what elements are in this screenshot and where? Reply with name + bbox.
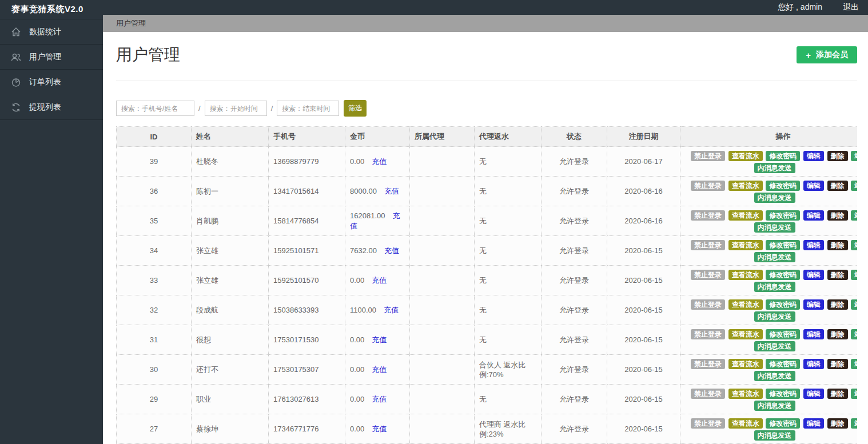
send-message-button[interactable]: 站: [851, 359, 857, 369]
send-message-button[interactable]: 站: [851, 389, 857, 399]
recharge-link[interactable]: 充值: [372, 395, 387, 403]
delete-button[interactable]: 删除: [827, 299, 848, 310]
recharge-link[interactable]: 充值: [372, 157, 387, 166]
send-message-button[interactable]: 内消息发送: [754, 430, 795, 441]
change-password-button[interactable]: 修改密码: [766, 418, 800, 429]
edit-button[interactable]: 编辑: [803, 389, 824, 399]
send-message-button[interactable]: 内消息发送: [754, 163, 795, 173]
change-password-button[interactable]: 修改密码: [766, 240, 800, 250]
view-flow-button[interactable]: 查看流水: [728, 181, 763, 191]
recharge-link[interactable]: 充值: [372, 276, 387, 285]
delete-button[interactable]: 删除: [827, 359, 848, 369]
ban-login-button[interactable]: 禁止登录: [691, 329, 725, 339]
recharge-link[interactable]: 充值: [372, 425, 387, 433]
edit-button[interactable]: 编辑: [803, 151, 824, 161]
table-row: 39 杜晓冬 13698879779 0.00充值 无 允许登录 2020-06…: [117, 147, 858, 177]
filter-bar: / / 筛选: [116, 100, 857, 117]
recharge-link[interactable]: 充值: [384, 306, 399, 314]
change-password-button[interactable]: 修改密码: [766, 210, 800, 221]
ban-login-button[interactable]: 禁止登录: [691, 299, 725, 310]
logout-button[interactable]: 退出: [843, 2, 859, 13]
recharge-link[interactable]: 充值: [372, 365, 387, 374]
view-flow-button[interactable]: 查看流水: [728, 329, 763, 339]
ban-login-button[interactable]: 禁止登录: [691, 359, 725, 369]
send-message-button[interactable]: 内消息发送: [754, 282, 795, 292]
user-id: 33: [150, 276, 158, 285]
edit-button[interactable]: 编辑: [803, 359, 824, 369]
send-message-button[interactable]: 站: [851, 181, 857, 191]
recharge-link[interactable]: 充值: [384, 187, 399, 195]
send-message-button[interactable]: 内消息发送: [754, 311, 795, 322]
send-message-button[interactable]: 站: [851, 151, 857, 161]
sidebar-item-withdrawals[interactable]: 提现列表: [0, 95, 103, 120]
delete-button[interactable]: 删除: [827, 389, 848, 399]
edit-button[interactable]: 编辑: [803, 270, 824, 280]
send-message-button[interactable]: 内消息发送: [754, 252, 795, 262]
delete-button[interactable]: 删除: [827, 270, 848, 280]
recharge-link[interactable]: 充值: [372, 335, 387, 344]
send-message-button[interactable]: 内消息发送: [754, 401, 795, 411]
user-status: 允许登录: [559, 395, 589, 403]
view-flow-button[interactable]: 查看流水: [728, 240, 763, 250]
view-flow-button[interactable]: 查看流水: [728, 418, 763, 429]
ban-login-button[interactable]: 禁止登录: [691, 270, 725, 280]
user-coins: 7632.00: [350, 246, 377, 255]
send-message-button[interactable]: 站: [851, 210, 857, 221]
delete-button[interactable]: 删除: [827, 181, 848, 191]
delete-button[interactable]: 删除: [827, 240, 848, 250]
send-message-button[interactable]: 内消息发送: [754, 341, 795, 351]
ban-login-button[interactable]: 禁止登录: [691, 210, 725, 221]
view-flow-button[interactable]: 查看流水: [728, 359, 763, 369]
send-message-button[interactable]: 站: [851, 270, 857, 280]
delete-button[interactable]: 删除: [827, 329, 848, 339]
send-message-button[interactable]: 站: [851, 299, 857, 310]
delete-button[interactable]: 删除: [827, 418, 848, 429]
send-message-button[interactable]: 内消息发送: [754, 371, 795, 381]
edit-button[interactable]: 编辑: [803, 210, 824, 221]
change-password-button[interactable]: 修改密码: [766, 299, 800, 310]
send-message-button[interactable]: 站: [851, 329, 857, 339]
edit-button[interactable]: 编辑: [803, 418, 824, 429]
end-time-input[interactable]: [277, 101, 339, 116]
filter-button[interactable]: 筛选: [344, 100, 367, 117]
ban-login-button[interactable]: 禁止登录: [691, 181, 725, 191]
view-flow-button[interactable]: 查看流水: [728, 270, 763, 280]
add-member-button[interactable]: + 添加会员: [797, 46, 857, 63]
user-phone: 17530171530: [273, 335, 319, 344]
search-name-input[interactable]: [116, 101, 194, 116]
edit-button[interactable]: 编辑: [803, 181, 824, 191]
change-password-button[interactable]: 修改密码: [766, 359, 800, 369]
user-status: 允许登录: [559, 335, 589, 344]
change-password-button[interactable]: 修改密码: [766, 181, 800, 191]
user-coins: 0.00: [350, 276, 364, 285]
user-id: 29: [150, 395, 158, 403]
sidebar-item-orders[interactable]: 订单列表: [0, 70, 103, 95]
sidebar-item-users[interactable]: 用户管理: [0, 45, 103, 70]
delete-button[interactable]: 删除: [827, 210, 848, 221]
view-flow-button[interactable]: 查看流水: [728, 299, 763, 310]
delete-button[interactable]: 删除: [827, 151, 848, 161]
ban-login-button[interactable]: 禁止登录: [691, 389, 725, 399]
start-time-input[interactable]: [205, 101, 267, 116]
ban-login-button[interactable]: 禁止登录: [691, 240, 725, 250]
change-password-button[interactable]: 修改密码: [766, 329, 800, 339]
send-message-button[interactable]: 站: [851, 240, 857, 250]
view-flow-button[interactable]: 查看流水: [728, 210, 763, 221]
send-message-button[interactable]: 内消息发送: [754, 222, 795, 233]
edit-button[interactable]: 编辑: [803, 299, 824, 310]
view-flow-button[interactable]: 查看流水: [728, 151, 763, 161]
change-password-button[interactable]: 修改密码: [766, 151, 800, 161]
send-message-button[interactable]: 站: [851, 418, 857, 429]
change-password-button[interactable]: 修改密码: [766, 270, 800, 280]
edit-button[interactable]: 编辑: [803, 329, 824, 339]
view-flow-button[interactable]: 查看流水: [728, 389, 763, 399]
edit-button[interactable]: 编辑: [803, 240, 824, 250]
send-message-button[interactable]: 内消息发送: [754, 193, 795, 203]
ban-login-button[interactable]: 禁止登录: [691, 418, 725, 429]
change-password-button[interactable]: 修改密码: [766, 389, 800, 399]
greeting-text: 您好 , admin: [778, 2, 822, 13]
user-status: 允许登录: [559, 365, 589, 374]
ban-login-button[interactable]: 禁止登录: [691, 151, 725, 161]
sidebar-item-stats[interactable]: 数据统计: [0, 19, 103, 45]
recharge-link[interactable]: 充值: [384, 246, 399, 255]
